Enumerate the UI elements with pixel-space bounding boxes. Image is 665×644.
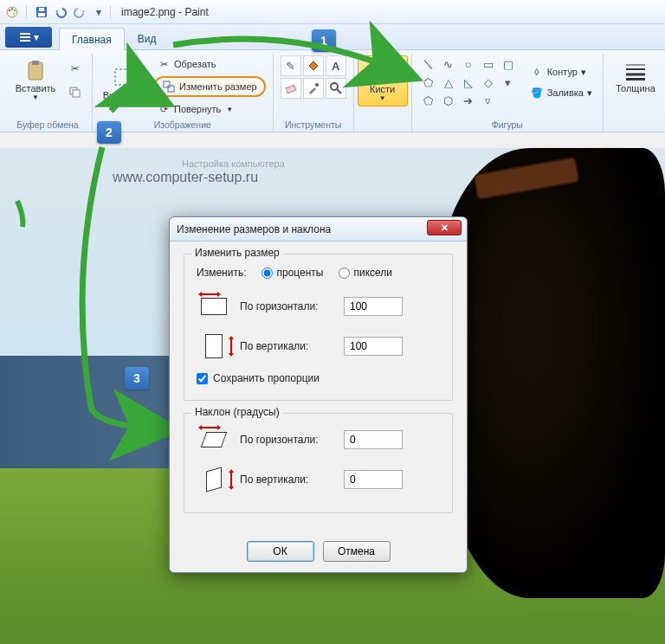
svg-point-4 xyxy=(13,12,15,14)
svg-rect-14 xyxy=(73,90,80,97)
skew-groupbox: Наклон (градусы) По горизонтали: По верт… xyxy=(184,413,453,513)
resize-vert-icon xyxy=(197,332,231,360)
svg-rect-10 xyxy=(20,40,30,42)
cancel-button[interactable]: Отмена xyxy=(323,541,391,562)
ribbon: Вставить ▼ ✂ Буфер обмена Выделить ▼ ✂Об… xyxy=(0,50,665,132)
svg-rect-7 xyxy=(39,8,44,11)
keep-ratio-checkbox[interactable] xyxy=(197,373,208,384)
ok-button[interactable]: ОК xyxy=(247,541,314,562)
picker-tool[interactable] xyxy=(303,78,324,99)
group-shapes: ＼ ∿ ○ ▭ ▢ ⬠ △ ◺ ◇ ▾ ⬠ ⬡ ➔ ▿ ◊Контур ▾ 🪣З… xyxy=(412,54,604,132)
group-label-tools: Инструменты xyxy=(281,118,346,130)
dialog-close-button[interactable]: ✕ xyxy=(427,220,462,235)
group-label-shapes: Фигуры xyxy=(419,118,596,130)
shape-arrow-scroll[interactable]: ▾ xyxy=(499,74,518,91)
resize-button[interactable]: Изменить размер xyxy=(153,76,266,97)
watermark-url: www.computer-setup.ru xyxy=(113,170,258,185)
shapes-gallery[interactable]: ＼ ∿ ○ ▭ ▢ ⬠ △ ◺ ◇ ▾ ⬠ ⬡ ➔ ▿ xyxy=(419,55,518,109)
shape-roundrect[interactable]: ▢ xyxy=(499,55,518,73)
group-clipboard: Вставить ▼ ✂ Буфер обмена xyxy=(3,54,93,132)
quick-access-toolbar: ▾ xyxy=(23,4,107,20)
fill-tool[interactable] xyxy=(303,55,324,76)
svg-rect-17 xyxy=(168,86,174,92)
group-image: Выделить ▼ ✂Обрезать Изменить размер ⟳По… xyxy=(93,54,274,132)
skew-horiz-icon xyxy=(197,426,231,454)
tab-home[interactable]: Главная xyxy=(59,28,125,50)
svg-point-19 xyxy=(315,83,319,87)
titlebar: ▾ image2.png - Paint xyxy=(0,0,665,24)
svg-rect-16 xyxy=(164,81,170,87)
shape-curve[interactable]: ∿ xyxy=(439,55,458,73)
rotate-button[interactable]: ⟳Повернуть▼ xyxy=(153,100,266,118)
step-badge-2: 2 xyxy=(97,121,121,144)
shape-more[interactable]: ▿ xyxy=(479,92,498,109)
qat-dropdown[interactable]: ▾ xyxy=(91,4,107,20)
skew-vert-icon xyxy=(197,466,231,493)
shape-hexagon[interactable]: ⬡ xyxy=(439,92,458,109)
resize-skew-dialog: Изменение размеров и наклона ✕ Изменить … xyxy=(169,216,468,573)
file-menu-button[interactable]: ▾ xyxy=(5,27,52,48)
radio-pixels[interactable]: пиксели xyxy=(339,267,392,279)
shape-oval[interactable]: ○ xyxy=(459,55,478,73)
resize-vert-input[interactable] xyxy=(344,337,403,356)
svg-point-2 xyxy=(11,8,13,10)
select-button[interactable]: Выделить ▼ xyxy=(100,62,150,112)
shape-rect[interactable]: ▭ xyxy=(479,55,498,73)
resize-by-label: Изменить: xyxy=(197,267,246,279)
window-title: image2.png - Paint xyxy=(121,6,209,18)
magnifier-tool[interactable] xyxy=(326,78,346,99)
svg-rect-18 xyxy=(286,85,295,93)
shape-line[interactable]: ＼ xyxy=(419,55,438,73)
skew-vert-label: По вертикали: xyxy=(240,473,335,486)
text-tool[interactable]: A xyxy=(326,55,346,76)
svg-point-1 xyxy=(9,9,10,10)
svg-rect-15 xyxy=(115,69,134,85)
undo-button[interactable] xyxy=(53,4,68,20)
group-label-clipboard: Буфер обмена xyxy=(10,118,85,130)
crop-button[interactable]: ✂Обрезать xyxy=(153,55,266,73)
cut-button[interactable]: ✂ xyxy=(64,61,85,78)
redo-button[interactable] xyxy=(72,4,87,20)
skew-legend: Наклон (градусы) xyxy=(191,406,283,418)
radio-percent[interactable]: проценты xyxy=(261,267,323,279)
size-button[interactable]: Толщина xyxy=(610,55,661,97)
svg-rect-12 xyxy=(32,61,39,65)
resize-vert-label: По вертикали: xyxy=(240,340,335,352)
shape-outline-button[interactable]: ◊Контур ▾ xyxy=(526,63,596,80)
brushes-button[interactable]: Кисти ▼ xyxy=(358,55,408,106)
paint-app-icon xyxy=(5,5,19,19)
pencil-tool[interactable]: ✎ xyxy=(281,55,301,76)
resize-horiz-label: По горизонтали: xyxy=(240,300,335,312)
resize-horiz-icon xyxy=(197,293,231,320)
svg-line-21 xyxy=(337,89,341,93)
eraser-tool[interactable] xyxy=(281,78,301,99)
shape-right-triangle[interactable]: ◺ xyxy=(459,74,478,91)
shape-arrow-right[interactable]: ➔ xyxy=(459,92,478,109)
shape-diamond[interactable]: ◇ xyxy=(479,74,498,91)
shape-polygon[interactable]: ⬠ xyxy=(419,74,438,91)
svg-rect-9 xyxy=(20,36,30,38)
group-tools: ✎ A Инструменты xyxy=(274,54,354,132)
shape-fill-button[interactable]: 🪣Заливка ▾ xyxy=(526,84,596,101)
dialog-titlebar[interactable]: Изменение размеров и наклона ✕ xyxy=(170,217,467,242)
skew-horiz-input[interactable] xyxy=(344,430,403,449)
step-badge-1: 1 xyxy=(312,29,336,52)
resize-groupbox: Изменить размер Изменить: проценты пиксе… xyxy=(184,254,453,401)
svg-rect-8 xyxy=(20,33,30,35)
shape-pentagon[interactable]: ⬠ xyxy=(419,92,438,109)
group-size: Толщина xyxy=(604,54,665,132)
shape-triangle[interactable]: △ xyxy=(439,74,458,91)
svg-rect-6 xyxy=(38,13,45,16)
resize-horiz-input[interactable] xyxy=(344,297,403,316)
skew-vert-input[interactable] xyxy=(344,470,403,489)
skew-horiz-label: По горизонтали: xyxy=(240,434,335,446)
watermark-subtitle: Настройка компьютера xyxy=(182,158,285,169)
paste-button[interactable]: Вставить ▼ xyxy=(10,55,61,105)
resize-legend: Изменить размер xyxy=(191,247,283,259)
group-label-image: Изображение xyxy=(100,118,266,130)
step-badge-3: 3 xyxy=(125,367,149,390)
tab-view[interactable]: Вид xyxy=(125,27,170,49)
group-brushes: Кисти ▼ xyxy=(354,54,412,132)
save-button[interactable] xyxy=(34,4,49,20)
copy-button[interactable] xyxy=(64,83,85,100)
